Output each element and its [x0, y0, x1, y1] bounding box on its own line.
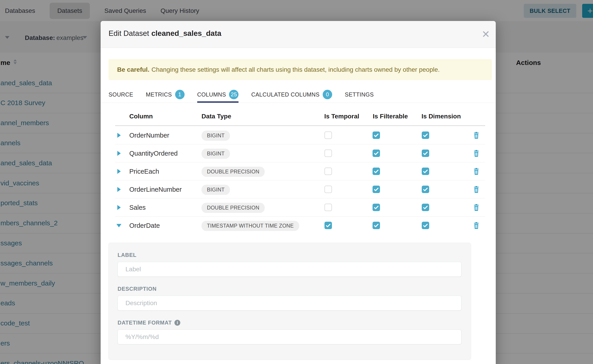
trash-icon [473, 222, 480, 229]
expand-caret-icon[interactable] [117, 133, 121, 138]
is-filterable-checkbox[interactable] [373, 186, 380, 193]
is-filterable-checkbox[interactable] [373, 204, 380, 211]
close-icon[interactable]: ✕ [478, 26, 494, 42]
column-name: OrderNumber [129, 132, 169, 139]
check-icon [373, 150, 379, 156]
tab-metrics[interactable]: METRICS1 [146, 86, 184, 103]
delete-column-button[interactable] [473, 132, 480, 139]
column-name: OrderLineNumber [129, 186, 182, 193]
is-temporal-checkbox[interactable] [324, 168, 332, 175]
column-detail-panel: LABEL DESCRIPTION DATETIME FORMAT i [108, 243, 471, 360]
modal-title-prefix: Edit Dataset [109, 29, 149, 38]
description-field-group: DESCRIPTION [118, 286, 461, 311]
data-type-pill: TIMESTAMP WITHOUT TIME ZONE [202, 221, 299, 231]
datetime-format-heading: DATETIME FORMAT [118, 319, 172, 326]
check-icon [373, 186, 379, 192]
collapse-caret-icon[interactable] [116, 224, 121, 227]
trash-icon [473, 204, 480, 211]
column-name: QuantityOrdered [129, 150, 178, 157]
delete-column-button[interactable] [473, 150, 480, 157]
column-name: PriceEach [129, 168, 159, 175]
is-temporal-checkbox[interactable] [324, 150, 332, 157]
tab-settings[interactable]: SETTINGS [345, 86, 374, 103]
trash-icon [473, 186, 480, 193]
is-dimension-checkbox[interactable] [422, 222, 429, 229]
column-name: Sales [129, 204, 146, 211]
label-heading: LABEL [118, 252, 461, 258]
description-heading: DESCRIPTION [118, 286, 461, 292]
check-icon [373, 132, 379, 138]
modal-header: Edit Datasetcleaned_sales_data ✕ [101, 21, 496, 48]
trash-icon [473, 168, 480, 175]
tab-count-badge: 1 [175, 90, 184, 99]
is-filterable-checkbox[interactable] [373, 168, 380, 175]
tab-label: COLUMNS [197, 91, 226, 98]
column-header-column: Column [129, 113, 153, 125]
tab-label: SETTINGS [345, 91, 374, 98]
column-header-is-filterable: Is Filterable [373, 113, 408, 125]
tab-calculated-columns[interactable]: CALCULATED COLUMNS0 [251, 86, 332, 103]
tab-label: SOURCE [109, 91, 133, 98]
expand-caret-icon[interactable] [117, 187, 121, 192]
datetime-format-input[interactable] [118, 330, 461, 344]
columns-rows: OrderNumberBIGINTQuantityOrderedBIGINTPr… [101, 126, 496, 234]
delete-column-button[interactable] [473, 204, 480, 211]
data-type-pill: BIGINT [202, 149, 230, 159]
is-temporal-checkbox[interactable] [324, 186, 332, 193]
is-dimension-checkbox[interactable] [422, 186, 429, 193]
column-header-is-temporal: Is Temporal [324, 113, 359, 125]
modal-title: Edit Datasetcleaned_sales_data [109, 29, 221, 38]
expand-caret-icon[interactable] [117, 151, 121, 156]
tab-columns[interactable]: COLUMNS25 [197, 86, 239, 103]
is-filterable-checkbox[interactable] [373, 150, 380, 157]
expand-caret-icon[interactable] [117, 205, 121, 210]
table-header-divider [115, 125, 485, 126]
data-type-pill: BIGINT [202, 130, 230, 141]
data-type-pill: DOUBLE PRECISION [202, 167, 265, 177]
warning-bold-text: Be careful. [117, 66, 149, 73]
info-icon[interactable]: i [174, 320, 180, 326]
data-type-pill: DOUBLE PRECISION [202, 203, 265, 213]
trash-icon [473, 132, 480, 139]
delete-column-button[interactable] [473, 168, 480, 175]
is-filterable-checkbox[interactable] [373, 131, 380, 139]
check-icon [373, 168, 379, 174]
check-icon [422, 168, 428, 174]
is-dimension-checkbox[interactable] [422, 168, 429, 175]
expand-caret-icon[interactable] [117, 169, 121, 174]
edit-dataset-modal: Edit Datasetcleaned_sales_data ✕ Be care… [101, 21, 496, 364]
datetime-format-field-group: DATETIME FORMAT i [118, 319, 461, 344]
check-icon [422, 222, 428, 228]
is-temporal-checkbox[interactable] [324, 204, 332, 211]
screen: DatabasesDatasetsSaved QueriesQuery Hist… [0, 0, 593, 364]
is-temporal-checkbox[interactable] [324, 222, 332, 229]
is-dimension-checkbox[interactable] [422, 150, 429, 157]
column-row-sales: SalesDOUBLE PRECISION [115, 198, 485, 216]
tab-label: METRICS [146, 91, 172, 98]
trash-icon [473, 150, 480, 157]
column-name: OrderDate [129, 222, 160, 229]
column-row-ordernumber: OrderNumberBIGINT [115, 126, 485, 144]
delete-column-button[interactable] [473, 222, 480, 229]
tab-source[interactable]: SOURCE [109, 86, 133, 103]
column-row-orderdate: OrderDateTIMESTAMP WITHOUT TIME ZONE [115, 216, 485, 234]
column-row-quantityordered: QuantityOrderedBIGINT [115, 144, 485, 162]
is-dimension-checkbox[interactable] [422, 204, 429, 211]
check-icon [422, 132, 428, 138]
data-type-pill: BIGINT [202, 185, 230, 195]
is-dimension-checkbox[interactable] [422, 131, 429, 139]
check-icon [373, 204, 379, 210]
check-icon [325, 222, 331, 228]
modal-title-dataset-name: cleaned_sales_data [152, 29, 221, 38]
is-filterable-checkbox[interactable] [373, 222, 380, 229]
warning-banner: Be careful. Changing these settings will… [109, 59, 492, 80]
check-icon [422, 186, 428, 192]
description-input[interactable] [118, 296, 461, 311]
warning-text: Changing these settings will affect all … [152, 66, 440, 73]
is-temporal-checkbox[interactable] [324, 131, 332, 139]
label-input[interactable] [118, 262, 461, 277]
check-icon [422, 204, 428, 210]
column-row-priceeach: PriceEachDOUBLE PRECISION [115, 162, 485, 180]
check-icon [422, 150, 428, 156]
delete-column-button[interactable] [473, 186, 480, 193]
